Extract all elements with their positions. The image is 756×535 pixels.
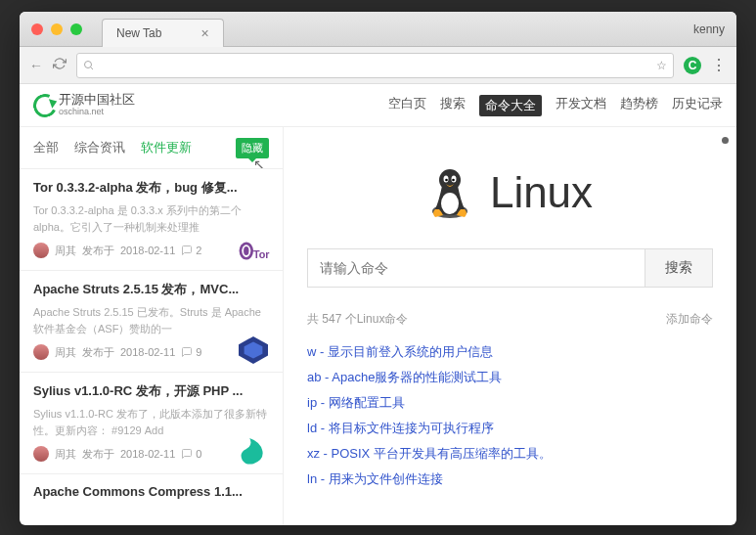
nav-blank[interactable]: 空白页 xyxy=(388,95,426,116)
article-item[interactable]: Apache Struts 2.5.15 发布，MVC... Apache St… xyxy=(20,270,283,372)
command-link[interactable]: w - 显示目前登入系统的用户信息 xyxy=(307,339,713,365)
extension-icon[interactable]: C xyxy=(684,57,701,74)
command-total: 共 547 个Linux命令 xyxy=(307,311,408,328)
article-desc: Apache Struts 2.5.15 已发布。Struts 是 Apache… xyxy=(33,304,269,336)
svg-point-12 xyxy=(445,179,448,182)
author: 周其 xyxy=(55,447,76,462)
article-item[interactable]: Apache Commons Compress 1.1... xyxy=(20,473,283,516)
hide-button[interactable]: 隐藏 xyxy=(236,138,269,158)
subtab-all[interactable]: 全部 xyxy=(33,139,59,156)
nav-docs[interactable]: 开发文档 xyxy=(556,95,606,116)
article-title: Apache Struts 2.5.15 发布，MVC... xyxy=(33,281,269,298)
sidebar: 全部 综合资讯 软件更新 隐藏 ↖ Tor 0.3.3.2-alpha 发布，b… xyxy=(20,127,284,525)
command-link[interactable]: ip - 网络配置工具 xyxy=(307,390,713,416)
scrollbar-thumb[interactable] xyxy=(722,137,729,144)
pub-label: 发布于 xyxy=(82,345,114,360)
site-header: 开源中国社区 oschina.net 空白页 搜索 命令大全 开发文档 趋势榜 … xyxy=(20,84,736,127)
svg-text:Tor: Tor xyxy=(253,248,270,260)
sylius-icon xyxy=(236,436,271,466)
pub-date: 2018-02-11 xyxy=(120,245,175,256)
main-panel: Linux 搜索 共 547 个Linux命令 添加命令 w - 显示目前登入系… xyxy=(284,127,736,525)
article-meta: 周其 发布于 2018-02-11 0 xyxy=(33,446,269,462)
svg-point-14 xyxy=(452,179,455,182)
command-list-header: 共 547 个Linux命令 添加命令 xyxy=(307,311,713,328)
sidebar-tabs: 全部 综合资讯 软件更新 隐藏 ↖ xyxy=(20,127,283,168)
avatar xyxy=(33,446,49,462)
article-meta: 周其 发布于 2018-02-11 2 xyxy=(33,243,269,258)
svg-point-4 xyxy=(244,246,248,255)
article-item[interactable]: Sylius v1.1.0-RC 发布，开源 PHP ... Sylius v1… xyxy=(20,372,283,473)
logo-text: 开源中国社区 xyxy=(59,92,135,107)
svg-point-9 xyxy=(441,193,459,214)
article-title: Sylius v1.1.0-RC 发布，开源 PHP ... xyxy=(33,382,269,400)
pub-label: 发布于 xyxy=(82,447,114,462)
browser-tab[interactable]: New Tab × xyxy=(102,19,224,47)
url-input[interactable]: ☆ xyxy=(76,53,674,78)
profile-name[interactable]: kenny xyxy=(693,22,725,36)
comment-count: 2 xyxy=(181,245,201,256)
command-list: w - 显示目前登入系统的用户信息 ab - Apache服务器的性能测试工具 … xyxy=(307,339,713,492)
author: 周其 xyxy=(55,244,76,258)
command-input[interactable] xyxy=(307,248,645,288)
minimize-window-icon[interactable] xyxy=(51,23,63,35)
tab-title: New Tab xyxy=(116,26,161,40)
maximize-window-icon[interactable] xyxy=(70,23,82,35)
content-area: 全部 综合资讯 软件更新 隐藏 ↖ Tor 0.3.3.2-alpha 发布，b… xyxy=(20,127,736,525)
nav-commands[interactable]: 命令大全 xyxy=(479,95,542,116)
avatar xyxy=(33,243,49,258)
browser-menu-icon[interactable]: ⋮ xyxy=(711,56,727,74)
nav-trends[interactable]: 趋势榜 xyxy=(620,95,658,116)
svg-point-0 xyxy=(85,61,92,67)
back-icon[interactable]: ← xyxy=(29,58,43,73)
avatar xyxy=(33,344,49,360)
nav-history[interactable]: 历史记录 xyxy=(672,95,723,116)
reload-icon[interactable] xyxy=(53,57,67,73)
hero-title: Linux xyxy=(490,168,593,217)
pub-date: 2018-02-11 xyxy=(120,346,175,358)
site-nav: 空白页 搜索 命令大全 开发文档 趋势榜 历史记录 xyxy=(388,95,723,116)
article-desc: Sylius v1.1.0-RC 发布了，此版本添加了很多新特性。更新内容： #… xyxy=(33,406,269,438)
subtab-news[interactable]: 综合资讯 xyxy=(74,139,125,156)
close-window-icon[interactable] xyxy=(31,23,43,35)
nav-search[interactable]: 搜索 xyxy=(440,95,466,116)
article-item[interactable]: Tor 0.3.3.2-alpha 发布，bug 修复... Tor 0.3.3… xyxy=(20,168,283,270)
svg-point-10 xyxy=(439,169,461,191)
comment-count: 9 xyxy=(181,346,201,358)
linux-icon xyxy=(427,166,472,219)
hero: Linux xyxy=(307,166,713,219)
logo-subtext: oschina.net xyxy=(59,108,135,117)
search-button[interactable]: 搜索 xyxy=(645,248,713,288)
close-tab-icon[interactable]: × xyxy=(200,25,208,41)
command-link[interactable]: ab - Apache服务器的性能测试工具 xyxy=(307,365,713,390)
pub-label: 发布于 xyxy=(82,244,114,258)
logo-icon xyxy=(30,90,61,120)
window-controls xyxy=(31,23,82,35)
titlebar: New Tab × kenny xyxy=(20,12,736,47)
svg-line-1 xyxy=(91,67,94,69)
browser-window: New Tab × kenny ← ☆ C ⋮ 开源中国社区 oschina.n… xyxy=(20,12,736,525)
command-link[interactable]: ln - 用来为文件创件连接 xyxy=(307,467,713,492)
address-bar: ← ☆ C ⋮ xyxy=(20,47,736,84)
bookmark-icon[interactable]: ☆ xyxy=(656,59,667,72)
article-title: Apache Commons Compress 1.1... xyxy=(33,484,269,499)
tor-icon: Tor xyxy=(236,233,271,262)
command-link[interactable]: xz - POSIX 平台开发具有高压缩率的工具。 xyxy=(307,441,713,467)
pub-date: 2018-02-11 xyxy=(120,448,175,460)
add-command-link[interactable]: 添加命令 xyxy=(666,311,713,328)
struts-icon xyxy=(236,334,271,364)
command-search: 搜索 xyxy=(307,248,713,288)
article-title: Tor 0.3.3.2-alpha 发布，bug 修复... xyxy=(33,179,269,197)
article-meta: 周其 发布于 2018-02-11 9 xyxy=(33,344,269,360)
author: 周其 xyxy=(55,345,76,360)
article-desc: Tor 0.3.3.2-alpha 是 0.3.3.x 系列中的第二个 alph… xyxy=(33,202,269,235)
site-logo[interactable]: 开源中国社区 oschina.net xyxy=(33,93,135,116)
command-link[interactable]: ld - 将目标文件连接为可执行程序 xyxy=(307,416,713,441)
subtab-updates[interactable]: 软件更新 xyxy=(141,139,192,156)
comment-count: 0 xyxy=(181,448,201,460)
